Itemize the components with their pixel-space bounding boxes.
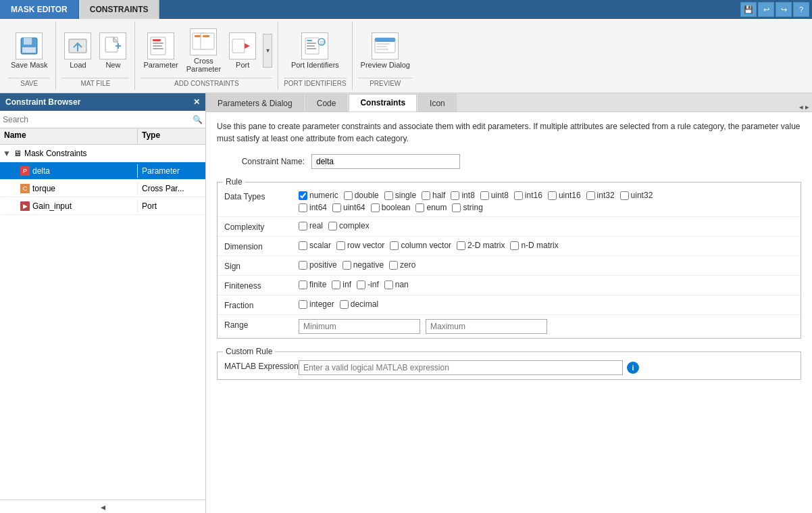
minimum-input[interactable] (299, 319, 420, 334)
cb-column-vector[interactable]: column vector (390, 241, 451, 250)
cb-finite[interactable]: finite (299, 280, 326, 289)
tab-constraints[interactable]: CONSTRAINTS (79, 0, 160, 19)
cb-enum-input[interactable] (415, 203, 424, 212)
new-button[interactable]: New (97, 30, 129, 72)
help-btn[interactable]: ? (793, 2, 809, 17)
save-toolbar-btn[interactable]: 💾 (740, 2, 757, 17)
cb-boolean[interactable]: boolean (371, 203, 411, 212)
fraction-label: Fraction (224, 299, 299, 310)
cb-column-vector-input[interactable] (390, 241, 399, 250)
preview-dialog-button[interactable]: Preview Dialog (358, 30, 413, 72)
cb-nd-matrix[interactable]: n-D matrix (510, 241, 558, 250)
cb-finite-input[interactable] (299, 280, 307, 289)
cb-real[interactable]: real (299, 221, 323, 230)
tree-root-node[interactable]: ▼ 🖥 Mask Constraints (0, 145, 205, 162)
cb-scalar[interactable]: scalar (299, 241, 331, 250)
right-panel: Parameters & Dialog Code Constraints Ico… (206, 93, 812, 513)
cb-uint8[interactable]: uint8 (480, 191, 509, 200)
scroll-left-arrow[interactable]: ◂ (0, 499, 205, 513)
cb-string-input[interactable] (452, 203, 461, 212)
add-constraints-expand[interactable]: ▾ (263, 34, 272, 68)
tree-row-delta[interactable]: P delta Parameter (0, 162, 205, 180)
tab-mask-editor[interactable]: MASK EDITOR (0, 0, 79, 19)
load-button[interactable]: Load (61, 30, 94, 72)
cb-numeric-input[interactable] (299, 191, 307, 200)
parameter-button[interactable]: Parameter (141, 30, 180, 72)
cb-zero-input[interactable] (389, 261, 398, 270)
cb-half-input[interactable] (422, 191, 430, 200)
save-section-label: SAVE (8, 78, 50, 87)
cb-neg-inf[interactable]: -inf (357, 280, 379, 289)
save-mask-button[interactable]: Save Mask (8, 30, 50, 72)
cb-int8[interactable]: int8 (451, 191, 474, 200)
cb-uint32[interactable]: uint32 (620, 191, 653, 200)
tab-parameters-dialog[interactable]: Parameters & Dialog (206, 94, 304, 112)
cb-double-input[interactable] (344, 191, 353, 200)
close-browser-icon[interactable]: ✕ (193, 97, 200, 107)
cb-2d-matrix-input[interactable] (457, 241, 465, 250)
cb-inf[interactable]: inf (332, 280, 351, 289)
cb-complex-input[interactable] (328, 222, 337, 230)
search-input[interactable] (3, 115, 193, 124)
tree-row-gain-input[interactable]: ▶ Gain_input Port (0, 197, 205, 215)
cb-boolean-input[interactable] (371, 203, 380, 212)
undo-btn[interactable]: ↩ (758, 2, 774, 17)
cb-single[interactable]: single (384, 191, 416, 200)
cb-string[interactable]: string (452, 203, 482, 212)
matlab-expression-label: MATLAB Expression (224, 360, 299, 371)
cb-integer[interactable]: integer (299, 299, 334, 309)
svg-rect-28 (375, 38, 395, 42)
cb-uint16[interactable]: uint16 (548, 191, 581, 200)
cb-int8-input[interactable] (451, 191, 459, 200)
cb-uint64-input[interactable] (332, 203, 341, 212)
cb-uint32-input[interactable] (620, 191, 629, 200)
cb-integer-input[interactable] (299, 300, 307, 309)
cb-single-input[interactable] (384, 191, 393, 200)
port-identifiers-button[interactable]: ⊡ Port Identifiers (288, 30, 342, 72)
redo-btn[interactable]: ↪ (776, 2, 792, 17)
title-bar: MASK EDITOR CONSTRAINTS 💾 ↩ ↪ ? (0, 0, 812, 19)
cb-uint16-input[interactable] (548, 191, 557, 200)
cb-row-vector[interactable]: row vector (336, 241, 384, 250)
cb-int16-input[interactable] (514, 191, 523, 200)
cb-int32-input[interactable] (586, 191, 595, 200)
tab-constraints[interactable]: Constraints (349, 94, 417, 112)
port-button[interactable]: Port (226, 30, 259, 72)
constraint-name-input[interactable] (311, 154, 460, 169)
cb-int64[interactable]: int64 (299, 203, 327, 212)
cb-real-input[interactable] (299, 222, 307, 230)
add-constraints-section: Parameter CrossParameter (135, 22, 278, 90)
cb-int16[interactable]: int16 (514, 191, 542, 200)
cb-int64-input[interactable] (299, 203, 307, 212)
cb-scalar-input[interactable] (299, 241, 307, 250)
tree-row-torque[interactable]: C torque Cross Par... (0, 180, 205, 197)
tab-icon[interactable]: Icon (418, 94, 457, 112)
cb-positive[interactable]: positive (299, 260, 337, 270)
cb-uint64[interactable]: uint64 (332, 203, 365, 212)
cb-enum[interactable]: enum (415, 203, 447, 212)
cb-nd-matrix-input[interactable] (510, 241, 519, 250)
tab-code[interactable]: Code (305, 94, 348, 112)
cb-int32[interactable]: int32 (586, 191, 615, 200)
cross-parameter-button[interactable]: CrossParameter (184, 26, 224, 76)
cb-complex[interactable]: complex (328, 221, 370, 230)
cb-half[interactable]: half (422, 191, 445, 200)
cb-positive-input[interactable] (299, 261, 307, 270)
cb-negative-input[interactable] (342, 261, 351, 270)
cb-double[interactable]: double (344, 191, 379, 200)
cb-decimal-input[interactable] (340, 300, 349, 309)
cb-2d-matrix[interactable]: 2-D matrix (457, 241, 505, 250)
maximum-input[interactable] (426, 319, 547, 334)
cb-row-vector-input[interactable] (336, 241, 345, 250)
cb-nan[interactable]: nan (384, 280, 409, 289)
cb-negative[interactable]: negative (342, 260, 384, 270)
cb-decimal[interactable]: decimal (340, 299, 378, 309)
info-icon[interactable]: i (627, 362, 639, 374)
matlab-expression-input[interactable] (299, 360, 623, 375)
cb-uint8-input[interactable] (480, 191, 489, 200)
cb-inf-input[interactable] (332, 280, 340, 289)
cb-numeric[interactable]: numeric (299, 191, 338, 200)
cb-nan-input[interactable] (384, 280, 393, 289)
cb-zero[interactable]: zero (389, 260, 415, 270)
cb-neg-inf-input[interactable] (357, 280, 365, 289)
